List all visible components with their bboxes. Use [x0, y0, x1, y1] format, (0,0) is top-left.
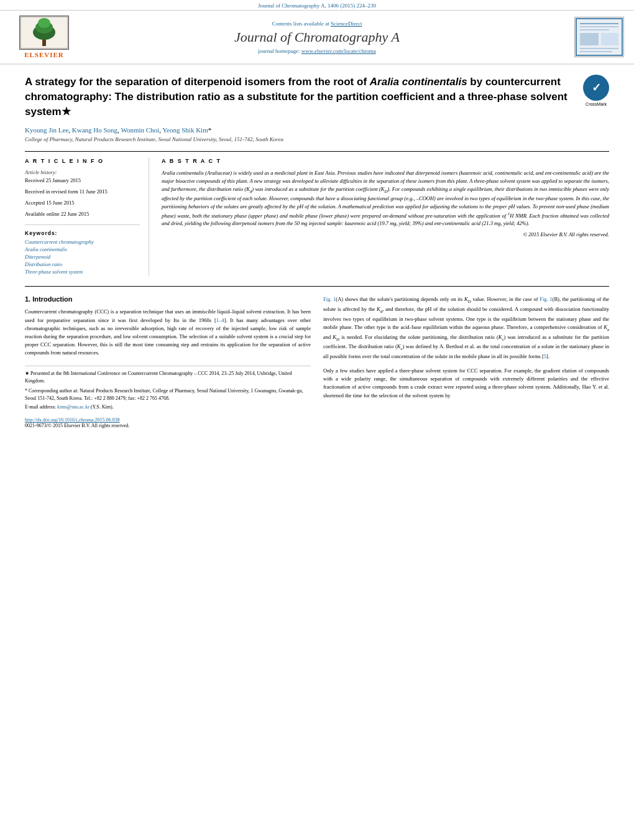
article-info-abstract-section: A R T I C L E I N F O Article history: R…	[25, 151, 609, 276]
issn-text: 0021-9673/© 2015 Elsevier B.V. All right…	[25, 423, 311, 428]
article-info-heading: A R T I C L E I N F O	[25, 158, 140, 164]
article-info-col: A R T I C L E I N F O Article history: R…	[25, 158, 149, 276]
copyright-text: © 2015 Elsevier B.V. All rights reserved…	[162, 231, 609, 238]
keyword-4: Distribution ratio	[25, 261, 140, 267]
history-label: Article history:	[25, 169, 140, 175]
abstract-text: Aralia continentalis (Araliaceae) is wid…	[162, 169, 609, 228]
ref-5-link[interactable]: 5	[544, 353, 546, 359]
journal-title: Journal of Chromatography A	[78, 29, 556, 45]
keywords-section: Keywords: Countercurrent chromatography …	[25, 224, 140, 275]
elsevier-logo: ELSEVIER	[10, 16, 78, 58]
article-title-section: A strategy for the separation of diterpe…	[25, 75, 609, 119]
fig1b-link[interactable]: Fig. 1	[540, 296, 552, 302]
crossmark-label: CrossMark	[583, 102, 609, 106]
crossmark-icon: ✓	[583, 75, 609, 101]
footnote-section: ★ Presented at the 8th International Con…	[25, 366, 311, 428]
email-footnote: E-mail address: kims@snu.ac.kr (Y.S. Kim…	[25, 404, 311, 411]
article-title-text: A strategy for the separation of diterpe…	[25, 75, 576, 119]
body-right-col: Fig. 1(A) shows that the solute's partit…	[323, 295, 609, 428]
introduction-title: 1. Introduction	[25, 295, 311, 303]
fig1a-link[interactable]: Fig. 1	[323, 296, 336, 302]
keyword-3: Diterpenoid	[25, 254, 140, 260]
main-content: A strategy for the separation of diterpe…	[0, 65, 634, 438]
star-footnote: ★ Presented at the 8th International Con…	[25, 370, 311, 385]
abstract-heading: A B S T R A C T	[162, 158, 609, 164]
sciencedirect-text: Contents lists available at ScienceDirec…	[78, 21, 556, 27]
author-kwang: Kwang Ho Song	[72, 126, 117, 134]
ref-1-4-link[interactable]: 1–4	[216, 317, 224, 323]
doi-section: http://dx.doi.org/10.1016/j.chroma.2015.…	[25, 416, 311, 423]
abstract-col: A B S T R A C T Aralia continentalis (Ar…	[162, 158, 609, 276]
right-col-text1: Fig. 1(A) shows that the solute's partit…	[323, 295, 609, 361]
svg-rect-11	[580, 33, 599, 45]
journal-reference: Journal of Chromatography A, 1406 (2015)…	[0, 0, 634, 11]
crossmark-badge: ✓ CrossMark	[583, 75, 609, 101]
author-yeong: Yeong Shik Kim	[162, 126, 208, 134]
introduction-text: Countercurrent chromatography (CCC) is a…	[25, 308, 311, 357]
journal-header-center: Contents lists available at ScienceDirec…	[78, 21, 556, 54]
keyword-5: Three-phase solvent system	[25, 269, 140, 275]
sciencedirect-link[interactable]: ScienceDirect	[331, 21, 362, 27]
journal-header: ELSEVIER Contents lists available at Sci…	[0, 11, 634, 65]
homepage-link: journal homepage: www.elsevier.com/locat…	[78, 48, 556, 54]
keywords-heading: Keywords:	[25, 230, 140, 236]
right-col-text2: Only a few studies have applied a three-…	[323, 367, 609, 400]
journal-cover-thumb	[556, 17, 624, 57]
online-date: Available online 22 June 2015	[25, 211, 140, 217]
received-date: Received 25 January 2015	[25, 177, 140, 183]
svg-rect-12	[601, 33, 618, 45]
accepted-date: Accepted 15 June 2015	[25, 200, 140, 206]
doi-link[interactable]: http://dx.doi.org/10.1016/j.chroma.2015.…	[25, 417, 120, 423]
elsevier-tree-icon	[19, 16, 69, 50]
authors: Kyoung Jin Lee, Kwang Ho Song, Wonmin Ch…	[25, 126, 609, 134]
keyword-2: Aralia continentalis	[25, 246, 140, 252]
body-section: 1. Introduction Countercurrent chromatog…	[25, 286, 609, 428]
article-title: A strategy for the separation of diterpe…	[25, 75, 576, 119]
elsevier-brand-text: ELSEVIER	[24, 51, 64, 58]
homepage-url[interactable]: www.elsevier.com/locate/chroma	[301, 48, 376, 54]
revised-date: Received in revised form 11 June 2015	[25, 188, 140, 195]
body-left-col: 1. Introduction Countercurrent chromatog…	[25, 295, 311, 428]
affiliation: College of Pharmacy, Natural Products Re…	[25, 136, 609, 142]
author-wonmin: Wonmin Choi	[121, 126, 159, 134]
corresponding-footnote: * Corresponding author at: Natural Produ…	[25, 387, 311, 402]
svg-point-4	[38, 18, 50, 28]
keyword-1: Countercurrent chromatography	[25, 239, 140, 245]
journal-thumbnail	[574, 17, 624, 57]
author-kyoung: Kyoung Jin Lee	[25, 126, 68, 134]
email-link[interactable]: kims@snu.ac.kr	[57, 404, 90, 410]
